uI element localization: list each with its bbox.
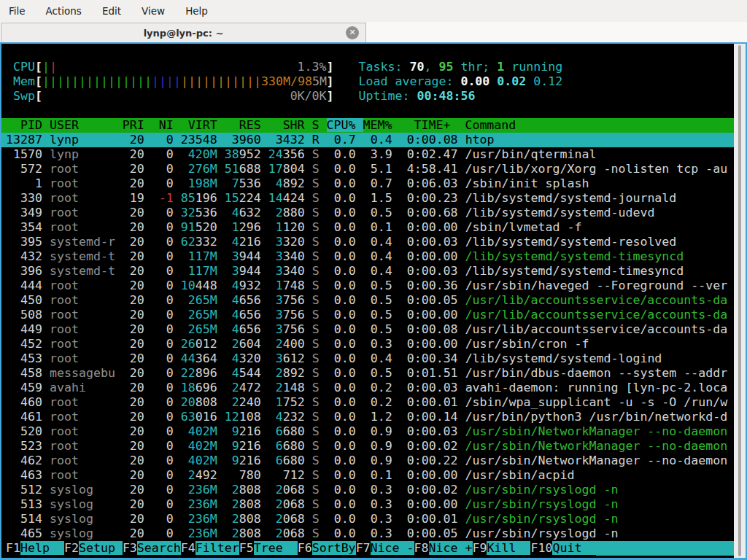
process-row[interactable]: 13287 lynp 20 0 23548 3960 3432 R 0.7 0.… [1,133,734,147]
sep [261,308,268,322]
fkey-f1[interactable]: F1Help [6,541,64,556]
sep [356,279,363,292]
time-cell: 0:00.22 [400,454,458,467]
close-icon[interactable]: ✕ [346,26,359,39]
fkey-f10[interactable]: F10Quit [530,541,596,556]
sep [392,439,400,453]
process-row[interactable]: 572 root 20 0 276M 51688 17804 S 0.0 5.1… [1,162,734,176]
process-row[interactable]: 444 root 20 0 10448 4932 1748 S 0.0 0.5 … [1,279,734,293]
scrollbar[interactable] [734,44,746,558]
menu-item-view[interactable]: View [142,5,165,17]
ni-cell: 0 [152,220,174,234]
process-row[interactable]: 452 root 20 0 26012 2604 2400 S 0.0 0.3 … [1,337,734,351]
process-row[interactable]: 460 root 20 0 20808 2240 1752 S 0.0 0.2 … [1,395,734,410]
fkey-f6[interactable]: F6SortBy [298,541,356,556]
scrollbar-thumb[interactable] [738,45,741,556]
process-row[interactable]: 513 syslog 20 0 236M 2808 2068 S 0.0 0.3… [1,497,734,512]
fkey-label: Nice + [429,541,473,555]
sep [356,337,363,351]
fkey-f8[interactable]: F8Nice + [414,541,473,556]
sort-column-header-cpu[interactable]: CPU% [327,118,363,132]
process-row[interactable]: 459 avahi 20 0 18696 2472 2148 S 0.0 0.2… [1,381,734,395]
mem-value: 240 [239,395,261,409]
mem-value: 604 [239,337,261,351]
fkey-f3[interactable]: F3Search [123,541,181,556]
menu-item-actions[interactable]: Actions [46,5,82,17]
mem-meter-tick-green: | [50,74,57,89]
user-cell: syslog [50,512,115,526]
process-row[interactable]: 458 messagebu 20 0 22896 4544 2892 S 0.0… [1,366,734,381]
process-row[interactable]: 330 root 19 -1 85196 15224 14424 S 0.0 1… [1,191,734,206]
mem-pct-cell: 0.4 [363,235,392,249]
process-row[interactable]: 432 systemd-t 20 0 117M 3944 3340 S 0.0 … [1,249,734,264]
sep [42,454,50,467]
mem-value-prefix: 1 [268,279,283,292]
process-row[interactable]: 450 root 20 0 265M 4656 3756 S 0.0 0.5 0… [1,293,734,308]
sep [144,133,152,147]
process-row[interactable]: 453 root 20 0 44364 4320 3612 S 0.0 0.4 … [1,351,734,366]
bracket: ] [327,60,334,74]
process-row[interactable]: 462 root 20 0 402M 9216 6680 S 0.0 0.9 0… [1,454,734,468]
mem-value: 752 [283,395,305,409]
process-row[interactable]: 396 systemd-t 20 0 117M 3944 3340 S 0.0 … [1,264,734,279]
menu-item-edit[interactable]: Edit [102,5,121,17]
process-row[interactable]: 1570 lynp 20 0 420M 38952 24356 S 0.0 3.… [1,147,734,162]
fkey-f9[interactable]: F9Kill [473,541,531,556]
sep [356,381,363,394]
fkey-f5[interactable]: F5Tree [239,541,298,556]
user-cell: messagebu [50,366,115,380]
sep [392,308,400,322]
process-row[interactable]: 354 root 20 0 91520 1296 1120 S 0.0 0.1 … [1,220,734,235]
mem-pct-cell: 0.3 [363,526,392,540]
process-row[interactable]: 508 root 20 0 265M 4656 3756 S 0.0 0.5 0… [1,308,734,322]
process-row[interactable]: 523 root 20 0 402M 9216 6680 S 0.0 0.9 0… [1,439,734,454]
sep [305,512,312,526]
mem-meter-tick-orange: | [217,74,225,89]
process-row[interactable]: 461 root 20 0 63016 12108 4232 S 0.0 1.2… [1,410,734,424]
fkey-number: F8 [414,541,429,555]
mem-value: 265M [181,322,217,336]
pri-cell: 20 [123,454,144,467]
sep [115,366,123,380]
terminal-screen[interactable]: CPU[||1.3%] Mem[||||||||||||||||||||||||… [1,44,734,558]
sep [392,526,400,540]
sep [217,351,225,365]
mem-value: 544 [239,366,261,380]
sep [320,264,327,278]
mem-value-prefix: 3 [268,235,283,249]
process-row[interactable]: 465 syslog 20 0 236M 2808 2068 S 0.0 0.3… [1,526,734,541]
mem-value-prefix: 2 [225,512,239,526]
menu-item-help[interactable]: Help [185,5,208,17]
fkey-f7[interactable]: F7Nice - [356,541,414,556]
mem-value-prefix: 12 [225,410,239,424]
ni-cell: 0 [152,410,174,424]
column-headers[interactable]: PID USER PRI NI VIRT RES SHR S CPU% MEM%… [1,118,734,133]
sep [42,322,50,336]
process-row[interactable]: 514 syslog 20 0 236M 2808 2068 S 0.0 0.3… [1,512,734,526]
fkey-f4[interactable]: F4Filter [181,541,239,556]
pid-cell: 460 [6,395,42,409]
process-row[interactable]: 395 systemd-r 20 0 62332 4216 3320 S 0.0… [1,235,734,249]
fkey-f2[interactable]: F2Setup [64,541,123,556]
sep [356,308,363,322]
time-cell: 0:00.08 [400,133,458,147]
process-row[interactable]: 520 root 20 0 402M 9216 6680 S 0.0 0.9 0… [1,424,734,439]
process-row[interactable]: 449 root 20 0 265M 4656 3756 S 0.0 0.5 0… [1,322,734,337]
sep [305,191,312,205]
mem-value-prefix: 4 [225,235,239,249]
sep [305,162,312,176]
sep [144,147,152,161]
process-row[interactable]: 463 root 20 0 2492 780 712 S 0.0 0.1 0:0… [1,468,734,483]
menu-item-file[interactable]: File [9,5,26,17]
state-cell: S [312,351,320,365]
sep [320,162,327,176]
process-row[interactable]: 1 root 20 0 198M 7536 4892 S 0.0 0.7 0:0… [1,176,734,191]
cpu-pct-cell: 0.0 [327,468,356,482]
terminal-tab[interactable]: lynp@lyn-pc: ~ ✕ [1,23,366,42]
pri-cell: 20 [123,308,144,322]
process-row[interactable]: 512 syslog 20 0 236M 2808 2068 S 0.0 0.3… [1,483,734,497]
process-row[interactable]: 349 root 20 0 32536 4632 2880 S 0.0 0.5 … [1,206,734,220]
fkey-label: Kill [487,541,530,555]
sep [305,235,312,249]
mem-value-prefix: 62 [181,235,196,249]
